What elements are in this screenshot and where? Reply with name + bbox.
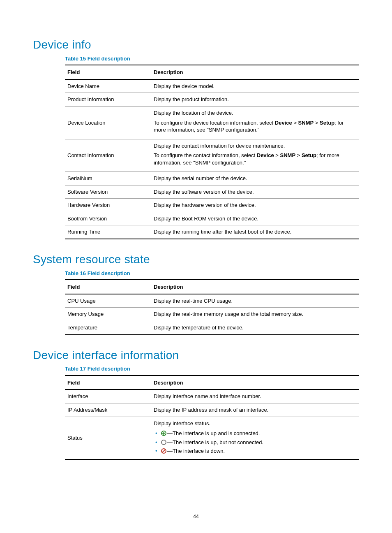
- cell-desc: Display interface status. —The interface…: [151, 417, 359, 459]
- cell-desc: Display the real-time CPU usage.: [151, 294, 359, 308]
- desc-line: Display the location of the device.: [154, 109, 356, 117]
- cell-desc: Display the running time after the lates…: [151, 225, 359, 239]
- table-row: Temperature Display the temperature of t…: [65, 321, 359, 334]
- page-number: 44: [33, 513, 359, 520]
- desc-line: Display interface status.: [154, 420, 356, 427]
- cell-desc: Display the software version of the devi…: [151, 185, 359, 199]
- svg-line-3: [162, 450, 166, 453]
- cell-field: Bootrom Version: [65, 212, 151, 225]
- cell-desc: Display the device model.: [151, 79, 359, 93]
- cell-desc: Display the temperature of the device.: [151, 321, 359, 334]
- table-row: Contact Information Display the contact …: [65, 139, 359, 172]
- cell-desc: Display the contact information for devi…: [151, 139, 359, 172]
- cell-desc: Display the location of the device. To c…: [151, 106, 359, 139]
- table-row: Running Time Display the running time af…: [65, 225, 359, 239]
- table-row: Memory Usage Display the real-time memor…: [65, 308, 359, 321]
- table-17: Field Description Interface Display inte…: [65, 375, 359, 460]
- col-description: Description: [151, 65, 359, 79]
- col-description: Description: [151, 375, 359, 390]
- table-16: Field Description CPU Usage Display the …: [65, 279, 359, 335]
- cell-field: Interface: [65, 389, 151, 403]
- table-row: Software Version Display the software ve…: [65, 185, 359, 199]
- table-row: IP Address/Mask Display the IP address a…: [65, 403, 359, 417]
- desc-line: Display the contact information for devi…: [154, 142, 356, 150]
- list-item: —The interface is up and is connected.: [154, 429, 356, 438]
- col-field: Field: [65, 375, 151, 390]
- table-row: Device Name Display the device model.: [65, 79, 359, 93]
- cell-field: CPU Usage: [65, 294, 151, 308]
- cell-desc: Display the serial number of the device.: [151, 172, 359, 185]
- desc-line: To configure the device location informa…: [154, 119, 356, 134]
- col-field: Field: [65, 65, 151, 79]
- cell-desc: Display the IP address and mask of an in…: [151, 403, 359, 417]
- list-item: —The interface is up, but not connected.: [154, 438, 356, 447]
- table-header-row: Field Description: [65, 375, 359, 390]
- cell-field: Memory Usage: [65, 308, 151, 321]
- cell-desc: Display interface name and interface num…: [151, 389, 359, 403]
- list-item: —The interface is down.: [154, 447, 356, 456]
- cell-desc: Display the product information.: [151, 93, 359, 107]
- section-heading-system-resource-state: System resource state: [33, 252, 359, 267]
- table-15: Field Description Device Name Display th…: [65, 65, 359, 239]
- table-row: SerialNum Display the serial number of t…: [65, 172, 359, 185]
- cell-field: Software Version: [65, 185, 151, 199]
- svg-point-1: [161, 440, 166, 445]
- desc-line: To configure the contact information, se…: [154, 152, 356, 166]
- cell-field: Product Information: [65, 93, 151, 107]
- section-heading-device-info: Device info: [33, 37, 359, 53]
- col-field: Field: [65, 280, 151, 294]
- status-down-icon: [161, 448, 166, 456]
- table-row: Interface Display interface name and int…: [65, 389, 359, 403]
- cell-field: IP Address/Mask: [65, 403, 151, 417]
- status-up-connected-icon: [161, 431, 166, 438]
- table-caption-17: Table 17 Field description: [65, 365, 359, 373]
- table-caption-15: Table 15 Field description: [65, 55, 359, 63]
- cell-field: Status: [65, 417, 151, 459]
- status-up-notconnected-icon: [161, 440, 166, 447]
- table-row: Hardware Version Display the hardware ve…: [65, 199, 359, 212]
- cell-field: Temperature: [65, 321, 151, 334]
- cell-desc: Display the Boot ROM version of the devi…: [151, 212, 359, 225]
- table-row: Status Display interface status. —The in…: [65, 417, 359, 459]
- cell-desc: Display the hardware version of the devi…: [151, 199, 359, 212]
- col-description: Description: [151, 280, 359, 294]
- cell-field: Device Name: [65, 79, 151, 93]
- table-header-row: Field Description: [65, 65, 359, 79]
- section-heading-device-interface-information: Device interface information: [33, 348, 359, 363]
- table-caption-16: Table 16 Field description: [65, 270, 359, 277]
- table-row: CPU Usage Display the real-time CPU usag…: [65, 294, 359, 308]
- table-row: Product Information Display the product …: [65, 93, 359, 107]
- table-row: Device Location Display the location of …: [65, 106, 359, 139]
- table-header-row: Field Description: [65, 280, 359, 294]
- cell-field: Hardware Version: [65, 199, 151, 212]
- cell-desc: Display the real-time memory usage and t…: [151, 308, 359, 321]
- status-bullet-list: —The interface is up and is connected. —…: [154, 429, 356, 456]
- cell-field: Contact Information: [65, 139, 151, 172]
- cell-field: Running Time: [65, 225, 151, 239]
- cell-field: SerialNum: [65, 172, 151, 185]
- table-row: Bootrom Version Display the Boot ROM ver…: [65, 212, 359, 225]
- cell-field: Device Location: [65, 106, 151, 139]
